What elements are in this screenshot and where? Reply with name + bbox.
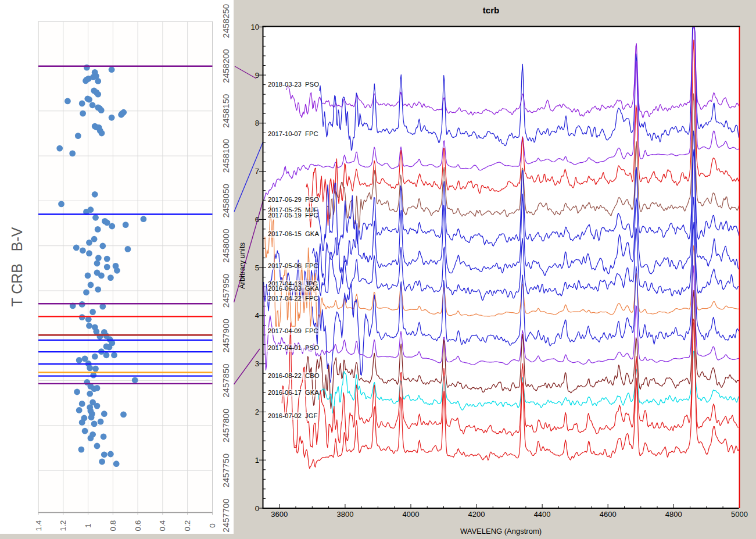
- svg-text:2458100: 2458100: [221, 139, 231, 173]
- svg-text:4800: 4800: [665, 510, 682, 519]
- svg-text:3800: 3800: [336, 510, 353, 519]
- svg-text:9: 9: [255, 71, 259, 80]
- svg-text:0: 0: [255, 504, 259, 513]
- svg-text:2457700: 2457700: [221, 498, 231, 532]
- svg-text:2458200: 2458200: [221, 49, 231, 83]
- svg-text:2458250: 2458250: [221, 4, 231, 38]
- svg-text:4000: 4000: [403, 510, 420, 519]
- svg-text:2017-04-09 FPC: 2017-04-09 FPC: [268, 327, 318, 334]
- svg-text:4: 4: [255, 311, 259, 320]
- svg-text:2017-05-19 FPC: 2017-05-19 FPC: [268, 212, 318, 219]
- svg-text:0.4: 0.4: [158, 520, 167, 531]
- svg-text:4600: 4600: [600, 510, 617, 519]
- svg-text:1.2: 1.2: [59, 520, 67, 531]
- svg-text:2458150: 2458150: [221, 94, 231, 128]
- svg-text:2457950: 2457950: [221, 274, 231, 308]
- svg-text:3600: 3600: [271, 510, 288, 519]
- svg-text:2017-06-15 GKA: 2017-06-15 GKA: [268, 230, 319, 237]
- svg-text:10: 10: [251, 23, 259, 31]
- svg-text:tcrb: tcrb: [483, 5, 499, 15]
- svg-text:2457850: 2457850: [221, 363, 231, 397]
- svg-text:2017-04-22 FPC: 2017-04-22 FPC: [268, 295, 318, 302]
- svg-text:2457900: 2457900: [221, 319, 231, 352]
- svg-text:2017-10-07 FPC: 2017-10-07 FPC: [268, 130, 318, 137]
- svg-text:0.8: 0.8: [109, 520, 117, 531]
- svg-text:2458050: 2458050: [221, 184, 231, 217]
- svg-text:2: 2: [255, 408, 259, 416]
- svg-text:2016-08-22 CBO: 2016-08-22 CBO: [268, 372, 320, 379]
- svg-text:0.2: 0.2: [183, 520, 192, 531]
- svg-text:2017-04-01 PSO: 2017-04-01 PSO: [268, 344, 319, 351]
- svg-text:2017-06-29 PSO: 2017-06-29 PSO: [268, 196, 319, 203]
- svg-text:2458000: 2458000: [221, 229, 231, 262]
- svg-text:2018-03-23 PSO: 2018-03-23 PSO: [268, 81, 319, 88]
- svg-text:1.4: 1.4: [34, 520, 43, 531]
- svg-text:Arbitrary units: Arbitrary units: [238, 242, 246, 289]
- svg-text:4200: 4200: [468, 510, 485, 519]
- svg-text:WAVELENG (Angstrom): WAVELENG (Angstrom): [460, 527, 542, 536]
- svg-text:2016-06-17 GKA: 2016-06-17 GKA: [268, 389, 319, 396]
- svg-text:1: 1: [255, 456, 259, 465]
- svg-text:0: 0: [208, 523, 217, 528]
- svg-text:2016-07-02 JGF: 2016-07-02 JGF: [268, 412, 317, 419]
- svg-text:8: 8: [255, 119, 259, 127]
- svg-text:5: 5: [255, 263, 259, 272]
- svg-text:3: 3: [255, 359, 259, 368]
- svg-text:5000: 5000: [731, 510, 748, 519]
- svg-text:1: 1: [84, 523, 92, 528]
- svg-text:T CRB B-V: T CRB B-V: [9, 227, 25, 306]
- svg-text:6: 6: [255, 215, 259, 224]
- svg-text:2457800: 2457800: [221, 409, 231, 442]
- svg-text:2457750: 2457750: [221, 454, 231, 487]
- svg-text:7: 7: [255, 167, 259, 176]
- svg-text:0.6: 0.6: [134, 520, 142, 531]
- svg-text:4400: 4400: [534, 510, 551, 519]
- svg-text:2016-06-03 GKA: 2016-06-03 GKA: [268, 285, 319, 292]
- svg-text:2017-05-06 FPC: 2017-05-06 FPC: [268, 262, 318, 269]
